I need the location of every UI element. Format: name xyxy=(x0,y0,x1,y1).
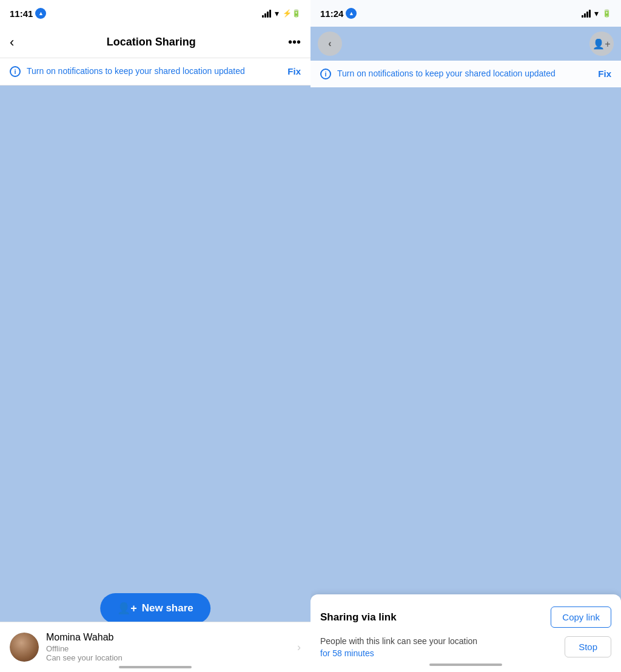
notification-banner-right: i Turn on notifications to keep your sha… xyxy=(310,61,621,87)
wifi-icon-left: ▾ xyxy=(275,8,279,18)
person-status: Offline xyxy=(46,644,290,653)
back-button[interactable]: ‹ xyxy=(10,35,14,50)
share-description-row: People with this link can see your locat… xyxy=(320,635,611,659)
map-nav-row: ‹ 👤+ xyxy=(310,27,621,61)
status-bar-left: 11:41 ▲ ▾ ⚡🔋 xyxy=(0,0,310,27)
battery-icon-right: 🔋 xyxy=(602,9,611,18)
new-share-label: New share xyxy=(142,602,193,614)
bar2r xyxy=(584,13,586,18)
person-name: Momina Wahab xyxy=(46,632,290,643)
add-person-button[interactable]: 👤+ xyxy=(589,32,614,56)
stop-button[interactable]: Stop xyxy=(565,636,611,657)
map-background-right xyxy=(310,0,621,672)
sharing-via-link-title: Sharing via link xyxy=(320,611,397,623)
notification-banner-left: i Turn on notifications to keep your sha… xyxy=(0,58,310,86)
info-icon-left: i xyxy=(10,66,21,77)
status-icons-right: ▾ 🔋 xyxy=(582,8,611,18)
back-chevron-right: ‹ xyxy=(328,38,331,49)
location-icon-right: ▲ xyxy=(346,8,357,19)
bar1 xyxy=(262,15,264,18)
home-indicator-left xyxy=(119,666,192,668)
share-description-container: People with this link can see your locat… xyxy=(320,635,477,659)
add-person-icon: 👤+ xyxy=(592,38,610,50)
signal-bars-right xyxy=(582,9,591,18)
battery-icon-left: ⚡🔋 xyxy=(283,9,301,18)
chevron-right-icon: › xyxy=(297,641,301,654)
share-description-text: People with this link can see your locat… xyxy=(320,636,477,646)
back-button-right[interactable]: ‹ xyxy=(318,32,342,56)
person-avatar xyxy=(10,633,39,662)
back-chevron: ‹ xyxy=(10,35,14,50)
new-share-button[interactable]: 👤+ New share xyxy=(100,593,210,623)
time-label-left: 11:41 xyxy=(10,8,33,19)
right-panel: 11:24 ▲ ▾ 🔋 ‹ 👤+ i Turn on notifications… xyxy=(310,0,621,672)
time-right: 11:24 ▲ xyxy=(320,8,357,19)
location-icon-left: ▲ xyxy=(35,8,46,19)
signal-bars-left xyxy=(262,9,271,18)
bar3 xyxy=(267,12,269,18)
page-title: Location Sharing xyxy=(107,36,196,49)
bar2 xyxy=(264,13,266,18)
fix-button-right[interactable]: Fix xyxy=(598,69,611,79)
bar3r xyxy=(586,12,588,18)
notification-text-left: Turn on notifications to keep your share… xyxy=(27,66,281,78)
add-person-share-icon: 👤+ xyxy=(117,602,137,615)
left-panel: 11:41 ▲ ▾ ⚡🔋 ‹ Location Sharing ••• i Tu… xyxy=(0,0,310,672)
sharing-via-link-row: Sharing via link Copy link xyxy=(320,606,611,628)
more-dots: ••• xyxy=(288,35,301,49)
status-icons-left: ▾ ⚡🔋 xyxy=(262,8,301,18)
person-sublabel: Can see your location xyxy=(46,653,290,662)
bar4 xyxy=(269,10,271,18)
home-indicator-right xyxy=(429,664,502,666)
fix-button-left[interactable]: Fix xyxy=(287,66,301,76)
wifi-icon-right: ▾ xyxy=(594,8,599,18)
time-label-right: 11:24 xyxy=(320,8,343,19)
bottom-sheet: Sharing via link Copy link People with t… xyxy=(310,594,621,672)
avatar-image xyxy=(10,633,39,662)
nav-bar: ‹ Location Sharing ••• xyxy=(0,27,310,58)
more-menu-button[interactable]: ••• xyxy=(288,35,301,49)
person-info: Momina Wahab Offline Can see your locati… xyxy=(46,632,290,662)
bar4r xyxy=(589,10,591,18)
bar1r xyxy=(582,15,583,18)
time-left: 11:41 ▲ xyxy=(10,8,46,19)
share-duration-link[interactable]: for 58 minutes xyxy=(320,648,374,658)
copy-link-button[interactable]: Copy link xyxy=(551,606,611,628)
person-card[interactable]: Momina Wahab Offline Can see your locati… xyxy=(0,622,310,672)
status-bar-right: 11:24 ▲ ▾ 🔋 xyxy=(310,0,621,27)
info-icon-right: i xyxy=(320,69,331,79)
map-area-left: 👤+ New share Momina Wahab Offline Can se… xyxy=(0,86,310,672)
notification-text-right: Turn on notifications to keep your share… xyxy=(337,68,592,80)
